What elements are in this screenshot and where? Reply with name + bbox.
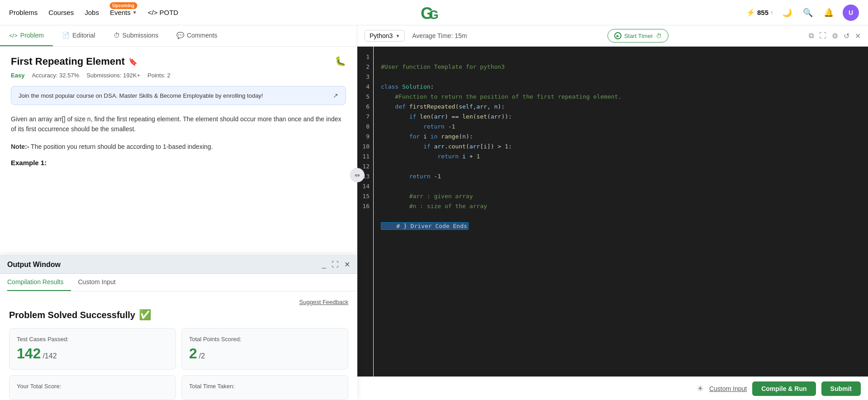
difficulty-label: Easy xyxy=(11,72,24,79)
stat-points-value: 2/2 xyxy=(189,345,341,362)
tab-comments[interactable]: 💬 Comments xyxy=(167,25,227,46)
nav-potd[interactable]: </> POTD xyxy=(148,9,179,16)
line-num-15: 15 xyxy=(357,191,373,201)
code-editor[interactable]: 1 2 3 4 5 6 7 8 9 10 11 12 13 14 15 16 xyxy=(357,47,868,376)
tab-problem-label: Problem xyxy=(20,32,44,39)
theme-icon[interactable]: ☀ xyxy=(697,384,704,394)
settings-icon[interactable]: ⚙ xyxy=(832,32,838,40)
streak-arrow-icon: ↑ xyxy=(770,10,773,16)
output-window-title: Output Window xyxy=(7,261,61,269)
close-editor-icon[interactable]: ✕ xyxy=(855,32,861,40)
streak-badge: ⚡ 855 ↑ xyxy=(746,8,773,17)
stat-points: Total Points Scored: 2/2 xyxy=(181,328,348,370)
left-panel: </> Problem 📄 Editorial ⏱ Submissions 💬 … xyxy=(0,25,357,400)
note-label: Note:- xyxy=(11,143,29,150)
reset-icon[interactable]: ↺ xyxy=(844,32,849,40)
promo-banner[interactable]: Join the most popular course on DSA. Mas… xyxy=(11,86,346,105)
search-btn[interactable]: 🔍 xyxy=(801,6,815,19)
language-selector[interactable]: Python3 ▼ xyxy=(365,30,405,42)
nav-events-link[interactable]: Events xyxy=(110,9,131,16)
dark-mode-btn[interactable]: 🌙 xyxy=(780,6,794,19)
note-text: The position you return should be accord… xyxy=(31,143,213,150)
problem-note: Note:- The position you return should be… xyxy=(11,142,346,152)
notifications-btn[interactable]: 🔔 xyxy=(822,6,835,19)
success-header: Problem Solved Successfully ✅ xyxy=(9,309,348,321)
tab-editorial[interactable]: 📄 Editorial xyxy=(53,25,104,46)
gfg-logo: G G xyxy=(421,4,448,22)
success-title: Problem Solved Successfully xyxy=(9,310,135,320)
external-link-icon: ↗ xyxy=(333,92,338,99)
line-num-3: 3 xyxy=(357,72,373,82)
line-num-16: 16 xyxy=(357,201,373,211)
timer-icon: ⏱ xyxy=(656,33,662,39)
average-time: Average Time: 15m xyxy=(412,32,467,39)
line-num-1: 1 xyxy=(357,52,373,62)
code-lines: 1 2 3 4 5 6 7 8 9 10 11 12 13 14 15 16 xyxy=(357,47,868,376)
output-header-icons: _ ⛶ ✕ xyxy=(322,260,350,269)
editor-right-icons: ⧉ ⛶ ⚙ ↺ ✕ xyxy=(809,32,861,40)
minimize-btn[interactable]: _ xyxy=(322,261,326,269)
expand-btn[interactable]: ⛶ xyxy=(332,261,339,269)
line-num-11: 11 xyxy=(357,152,373,162)
stat-points-label: Total Points Scored: xyxy=(189,336,341,343)
editorial-icon: 📄 xyxy=(62,32,70,39)
stat-total-score-label: Your Total Score: xyxy=(17,383,168,390)
submit-btn[interactable]: Submit xyxy=(821,381,861,396)
stat-test-cases: Test Cases Passed: 142/142 xyxy=(9,328,176,370)
line-num-9: 9 xyxy=(357,132,373,142)
close-btn[interactable]: ✕ xyxy=(344,260,350,269)
stat-total-score: Your Total Score: xyxy=(9,375,176,400)
nav-events[interactable]: Upcoming Events ▼ xyxy=(110,9,137,16)
tab-problem[interactable]: </> Problem xyxy=(0,25,53,46)
line-num-10: 10 xyxy=(357,142,373,152)
stat-time-taken-label: Total Time Taken: xyxy=(189,383,341,390)
example-label: Example 1: xyxy=(11,159,346,167)
expand-editor-icon[interactable]: ⛶ xyxy=(819,32,826,40)
problem-header: First Repeating Element 🔖 🐛 xyxy=(11,56,346,67)
gfg-logo-svg: G G xyxy=(421,4,448,22)
tab-submissions-label: Submissions xyxy=(123,32,158,39)
tab-submissions[interactable]: ⏱ Submissions xyxy=(104,25,167,46)
nav-right: ⚡ 855 ↑ 🌙 🔍 🔔 U xyxy=(746,5,859,21)
lightning-icon: ⚡ xyxy=(746,8,755,17)
problem-title-container: First Repeating Element 🔖 xyxy=(11,56,138,67)
line-num-5: 5 xyxy=(357,92,373,102)
bug-icon[interactable]: 🐛 xyxy=(335,56,346,67)
success-check-icon: ✅ xyxy=(139,309,151,321)
timer-circle-icon: ▶ xyxy=(614,32,621,39)
main-layout: </> Problem 📄 Editorial ⏱ Submissions 💬 … xyxy=(0,25,868,400)
nav-jobs[interactable]: Jobs xyxy=(85,9,99,16)
panel-divider[interactable]: ⇔ xyxy=(350,168,365,182)
editor-toolbar: Python3 ▼ Average Time: 15m ▶ Start Time… xyxy=(357,25,868,47)
nav-left: Problems Courses Jobs Upcoming Events ▼ … xyxy=(9,9,178,16)
output-tab-compilation[interactable]: Compilation Results xyxy=(7,274,71,291)
compile-run-btn[interactable]: Compile & Run xyxy=(752,381,816,396)
start-timer-label: Start Timer xyxy=(624,33,653,39)
problem-description: Given an array arr[] of size n, find the… xyxy=(11,114,346,134)
nav-courses[interactable]: Courses xyxy=(48,9,74,16)
promo-text: Join the most popular course on DSA. Mas… xyxy=(19,92,263,99)
output-tabs: Compilation Results Custom Input xyxy=(0,274,357,291)
comment-icon: 💬 xyxy=(176,32,184,39)
line-num-2: 2 xyxy=(357,62,373,72)
events-dropdown-icon: ▼ xyxy=(133,10,137,15)
problem-title: First Repeating Element xyxy=(11,56,125,67)
nav-problems[interactable]: Problems xyxy=(9,9,38,16)
line-num-14: 14 xyxy=(357,181,373,191)
output-header: Output Window _ ⛶ ✕ xyxy=(0,256,357,274)
output-tab-custom[interactable]: Custom Input xyxy=(78,274,123,291)
copy-icon[interactable]: ⧉ xyxy=(809,32,814,40)
code-content[interactable]: #User function Template for python3 clas… xyxy=(374,47,868,376)
language-label: Python3 xyxy=(370,32,393,39)
bookmark-icon[interactable]: 🔖 xyxy=(128,57,138,66)
svg-text:G: G xyxy=(429,8,439,22)
start-timer-btn[interactable]: ▶ Start Timer ⏱ xyxy=(607,29,669,43)
user-avatar[interactable]: U xyxy=(843,5,859,21)
line-num-7: 7 xyxy=(357,112,373,122)
line-num-4: 4 xyxy=(357,82,373,92)
stat-test-cases-label: Test Cases Passed: xyxy=(17,336,168,343)
submissions: Submissions: 192K+ xyxy=(86,72,140,79)
suggest-feedback-link[interactable]: Suggest Feedback xyxy=(299,299,348,305)
custom-input-link[interactable]: Custom Input xyxy=(709,385,747,392)
upcoming-badge: Upcoming xyxy=(109,2,137,9)
